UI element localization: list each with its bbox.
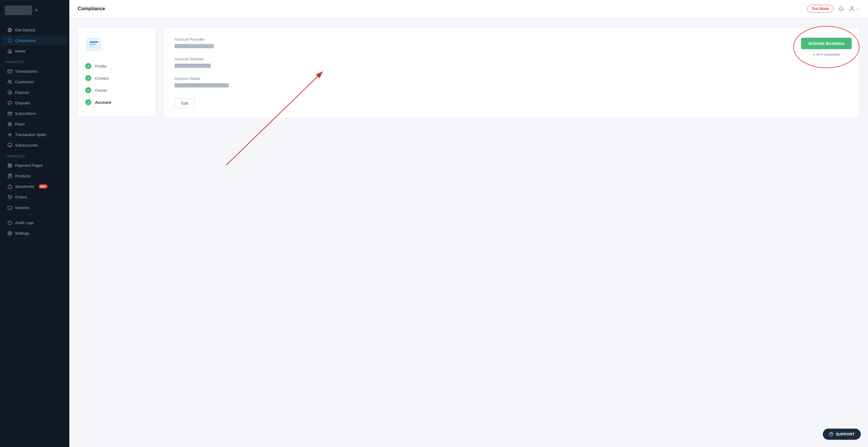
sidebar-label-transaction-splits: Transaction Splits — [15, 132, 46, 137]
page-content: Profile Contact Owner — [69, 18, 868, 447]
subaccounts-icon — [7, 143, 12, 148]
invoices-icon — [7, 205, 12, 210]
sidebar-item-storefronts[interactable]: Storefronts New — [2, 181, 67, 191]
new-badge: New — [38, 184, 48, 188]
check-owner-icon — [85, 87, 91, 93]
sidebar-item-subaccounts[interactable]: Subaccounts — [2, 140, 67, 150]
svg-rect-11 — [8, 143, 12, 146]
step-account[interactable]: Account — [85, 96, 149, 108]
step-owner[interactable]: Owner — [85, 84, 149, 96]
activate-area: Activate Business 4 of 4 complete — [793, 26, 860, 68]
plans-icon — [7, 122, 12, 126]
compliance-icon — [7, 38, 12, 43]
step-owner-label: Owner — [95, 88, 107, 93]
payout-icon — [7, 90, 12, 95]
svg-rect-29 — [90, 46, 94, 47]
svg-rect-14 — [8, 163, 9, 165]
step-profile[interactable]: Profile — [85, 60, 149, 72]
notification-button[interactable] — [838, 6, 844, 11]
sidebar-label-subscribers: Subscribers — [15, 111, 36, 116]
account-name-label: Account Name — [175, 76, 848, 81]
account-number-value — [175, 64, 211, 68]
compliance-steps-panel: Profile Contact Owner — [78, 27, 156, 117]
account-number-label: Account Number — [175, 57, 848, 61]
svg-rect-15 — [10, 163, 11, 165]
svg-point-25 — [851, 6, 853, 8]
commerce-section-label: COMMERCE — [0, 150, 69, 160]
sidebar-label-get-started: Get Started — [15, 28, 35, 32]
products-icon — [7, 173, 12, 178]
check-contact-icon — [85, 75, 91, 81]
svg-rect-16 — [10, 166, 11, 167]
storefronts-icon — [7, 184, 12, 189]
sidebar-item-transactions[interactable]: Transactions — [2, 66, 67, 76]
support-button[interactable]: SUPPORT — [823, 428, 861, 440]
splits-icon — [7, 132, 12, 137]
compliance-steps-list: Profile Contact Owner — [85, 60, 149, 108]
sidebar-item-transaction-splits[interactable]: Transaction Splits — [2, 129, 67, 140]
question-circle-icon — [829, 432, 833, 437]
step-account-label: Account — [95, 100, 111, 105]
sidebar-item-customers[interactable]: Customers — [2, 77, 67, 87]
sidebar-label-invoices: Invoices — [15, 205, 30, 210]
step-profile-label: Profile — [95, 64, 106, 68]
account-name-value — [175, 83, 229, 87]
sidebar-item-get-started[interactable]: Get Started — [2, 25, 67, 35]
sidebar-item-products[interactable]: Products — [2, 171, 67, 181]
activate-business-button[interactable]: Activate Business — [801, 38, 852, 49]
sidebar-label-payouts: Payouts — [15, 90, 29, 95]
sidebar-label-settings: Settings — [15, 231, 29, 236]
test-mode-button[interactable]: Test Mode — [807, 5, 834, 13]
svg-point-19 — [9, 199, 9, 199]
sidebar-label-home: Home — [15, 49, 26, 53]
credit-card-icon — [7, 69, 12, 73]
sidebar-item-invoices[interactable]: Invoices — [2, 202, 67, 213]
edit-button[interactable]: Edit — [175, 98, 195, 108]
sidebar-logo[interactable]: ▾ — [0, 0, 69, 21]
settings-icon — [7, 231, 12, 236]
sidebar-label-audit-logs: Audit Logs — [15, 220, 33, 225]
page-header: Compliance Test Mode — [69, 0, 868, 18]
sidebar-label-transactions: Transactions — [15, 69, 37, 73]
orders-icon — [7, 195, 12, 199]
sidebar-label-payment-pages: Payment Pages — [15, 163, 43, 168]
sidebar-item-orders[interactable]: Orders — [2, 192, 67, 202]
account-info-panel: Account Provider Account Number Account … — [163, 27, 860, 118]
account-number-field: Account Number — [175, 57, 848, 68]
sidebar-item-audit-logs[interactable]: Audit Logs — [2, 217, 67, 228]
support-label: SUPPORT — [836, 432, 855, 437]
check-profile-icon — [85, 63, 91, 69]
svg-point-24 — [9, 233, 10, 234]
sidebar-label-disputes: Disputes — [15, 101, 30, 105]
svg-rect-2 — [7, 70, 12, 73]
audit-icon — [7, 220, 12, 225]
globe-icon — [7, 27, 12, 32]
sidebar-item-compliance[interactable]: Compliance — [2, 35, 67, 46]
user-menu-button[interactable] — [849, 6, 860, 12]
sidebar-label-subaccounts: Subaccounts — [15, 143, 38, 148]
account-provider-field: Account Provider — [175, 37, 848, 48]
sidebar-item-home[interactable]: Home — [2, 46, 67, 56]
sidebar-item-subscribers[interactable]: Subscribers — [2, 108, 67, 119]
disputes-icon — [7, 100, 12, 105]
sidebar-item-plans[interactable]: Plans — [2, 119, 67, 129]
check-account-icon — [85, 99, 91, 105]
sidebar-navigation: Get Started Compliance Home PAYMENTS Tra… — [0, 21, 69, 447]
payments-section-label: PAYMENTS — [0, 56, 69, 66]
header-actions: Test Mode — [807, 5, 860, 13]
sidebar-item-disputes[interactable]: Disputes — [2, 98, 67, 108]
sidebar-label-products: Products — [15, 174, 30, 178]
compliance-document-icon — [85, 36, 149, 53]
logo-chevron-icon: ▾ — [36, 8, 37, 12]
logo-image — [5, 5, 32, 15]
sidebar-item-settings[interactable]: Settings — [2, 228, 67, 238]
home-icon — [7, 49, 12, 53]
sidebar-item-payment-pages[interactable]: Payment Pages — [2, 160, 67, 171]
sidebar-item-payouts[interactable]: Payouts — [2, 87, 67, 97]
svg-point-4 — [8, 80, 10, 82]
sidebar-label-compliance: Compliance — [15, 38, 36, 43]
pages-icon — [7, 163, 12, 168]
sidebar-label-orders: Orders — [15, 195, 27, 199]
content-layout: Profile Contact Owner — [78, 27, 860, 118]
step-contact[interactable]: Contact — [85, 72, 149, 84]
